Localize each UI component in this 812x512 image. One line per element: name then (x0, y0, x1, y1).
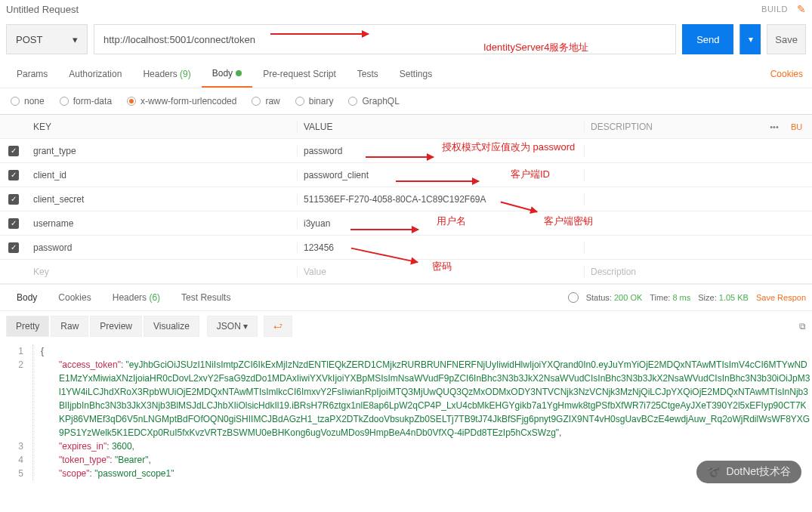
col-key: KEY (27, 122, 298, 132)
rtab-headers[interactable]: Headers (6) (102, 292, 171, 303)
rtab-cookies[interactable]: Cookies (48, 292, 101, 303)
tab-body[interactable]: Body (202, 60, 252, 88)
tab-params[interactable]: Params (6, 61, 58, 87)
bulk-edit[interactable]: Bu (791, 122, 812, 131)
globe-icon[interactable] (568, 292, 579, 303)
table-row: ✓ username i3yuan (0, 211, 812, 236)
col-value: VALUE (298, 122, 585, 132)
annotation-url: IdentityServer4服务地址 (483, 41, 588, 54)
method-select[interactable]: POST ▾ (6, 24, 88, 54)
radio-graphql[interactable]: GraphQL (348, 96, 399, 106)
annotation-grant: 授权模式对应值改为 password (442, 140, 575, 154)
copy-icon[interactable]: ⧉ (799, 321, 806, 332)
key-cell[interactable]: password (27, 242, 298, 253)
radio-raw[interactable]: raw (252, 96, 279, 106)
annotation-arrow (366, 156, 434, 158)
radio-none[interactable]: none (11, 96, 45, 106)
format-select[interactable]: JSON ▾ (207, 316, 258, 337)
table-row: ✓ password 123456 (0, 236, 812, 260)
more-icon[interactable]: ••• (758, 122, 791, 131)
json-source[interactable]: { "access_token": "eyJhbGciOiJSUzI1NiIsI… (33, 344, 812, 480)
checkbox[interactable]: ✓ (8, 218, 19, 229)
radio-formdata[interactable]: form-data (60, 96, 112, 106)
annotation-secret: 客户端密钥 (544, 214, 593, 228)
desc-input[interactable]: Description (585, 267, 812, 277)
edit-icon[interactable]: ✎ (797, 3, 806, 15)
modified-dot-icon (236, 70, 242, 76)
rtab-results[interactable]: Test Results (171, 292, 241, 303)
annotation-arrow (270, 33, 369, 35)
view-raw[interactable]: Raw (51, 316, 88, 337)
save-response[interactable]: Save Respon (756, 293, 806, 302)
checkbox[interactable]: ✓ (8, 194, 19, 205)
build-label[interactable]: BUILD (761, 5, 788, 14)
rtab-body[interactable]: Body (6, 292, 48, 303)
url-value: http://localhost:5001/connect/token (103, 34, 255, 45)
annotation-user: 用户名 (437, 214, 466, 228)
annotation-pass: 密码 (432, 260, 452, 273)
method-value: POST (16, 34, 42, 45)
checkbox[interactable]: ✓ (8, 146, 19, 156)
tab-prerequest[interactable]: Pre-request Script (252, 61, 347, 87)
save-button[interactable]: Save (767, 24, 806, 54)
key-cell[interactable]: client_id (27, 170, 298, 180)
request-title: Untitled Request (6, 4, 761, 15)
checkbox[interactable]: ✓ (8, 242, 19, 253)
col-desc: DESCRIPTION (585, 122, 758, 132)
view-pretty[interactable]: Pretty (6, 316, 49, 337)
wrap-icon[interactable]: ⮐ (264, 316, 292, 337)
value-cell[interactable]: 511536EF-F270-4058-80CA-1C89C192F69A (298, 194, 585, 205)
radio-binary[interactable]: binary (295, 96, 334, 106)
key-cell[interactable]: username (27, 218, 298, 229)
tab-tests[interactable]: Tests (347, 61, 389, 87)
chevron-down-icon: ▾ (73, 34, 78, 45)
table-row: ✓ grant_type password (0, 139, 812, 163)
response-body: 1 2 3 4 5 { "access_token": "eyJhbGciOiJ… (0, 341, 812, 483)
tab-headers[interactable]: Headers (9) (132, 61, 201, 87)
radio-xwww[interactable]: x-www-form-urlencoded (127, 96, 236, 106)
annotation-arrow (350, 229, 418, 230)
send-button[interactable]: Send (682, 24, 733, 54)
cookies-link[interactable]: Cookies (767, 61, 806, 87)
table-row-empty: Key Value Description (0, 260, 812, 284)
table-row: ✓ client_id password_client (0, 163, 812, 187)
key-cell[interactable]: grant_type (27, 146, 298, 156)
key-input[interactable]: Key (27, 267, 298, 277)
checkbox[interactable]: ✓ (8, 170, 19, 180)
key-cell[interactable]: client_secret (27, 194, 298, 205)
watermark: ➰ DotNet技术谷 (696, 461, 801, 483)
view-preview[interactable]: Preview (90, 316, 142, 337)
annotation-arrow (396, 180, 479, 182)
wechat-icon: ➰ (707, 466, 720, 478)
annotation-clientid: 客户端ID (511, 168, 550, 181)
value-cell[interactable]: 123456 (298, 242, 585, 253)
tab-settings[interactable]: Settings (389, 61, 443, 87)
line-gutter: 1 2 3 4 5 (0, 344, 33, 480)
annotation-arrow (501, 201, 538, 212)
view-visualize[interactable]: Visualize (144, 316, 199, 337)
send-dropdown[interactable]: ▾ (739, 24, 761, 54)
tab-authorization[interactable]: Authorization (58, 61, 132, 87)
url-input[interactable]: http://localhost:5001/connect/token (94, 24, 676, 54)
table-row: ✓ client_secret 511536EF-F270-4058-80CA-… (0, 187, 812, 211)
